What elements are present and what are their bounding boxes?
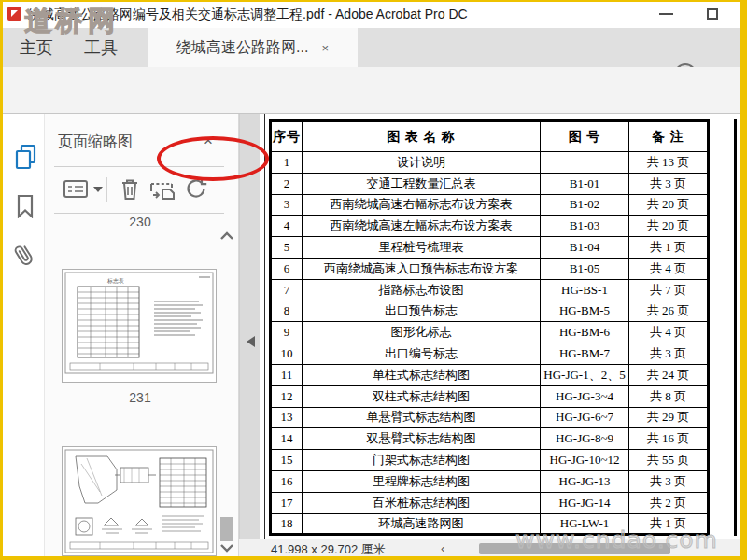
table-cell: HG-JG-1、2、5 bbox=[541, 364, 629, 385]
tab-home[interactable]: 主页 bbox=[6, 28, 67, 67]
tab-close-icon[interactable]: × bbox=[321, 41, 329, 55]
table-cell: HG-BM-6 bbox=[541, 322, 629, 343]
main-toolbar: / 235 50% bbox=[0, 67, 747, 114]
table-cell bbox=[541, 152, 629, 174]
page-thumbnails-icon bbox=[14, 144, 38, 170]
table-header-cell: 图 号 bbox=[541, 121, 629, 152]
screenshot-border bbox=[0, 556, 747, 560]
table-cell: 交通工程数量汇总表 bbox=[303, 173, 541, 194]
table-row: 4西南绕城高速左幅标志布设方案表B1-03共 20 页 bbox=[271, 216, 709, 237]
table-cell: 共 16 页 bbox=[629, 428, 709, 450]
table-row: 15门架式标志结构图HG-JG-10~12共 55 页 bbox=[271, 450, 709, 471]
thumbnail-options-button[interactable] bbox=[63, 179, 90, 200]
table-cell: 共 29 页 bbox=[629, 407, 709, 428]
tab-document-label: 绕城高速公路路网... bbox=[176, 38, 308, 58]
table-cell: 7 bbox=[271, 279, 303, 301]
extract-pages-button[interactable] bbox=[149, 177, 177, 202]
acrobat-icon bbox=[7, 7, 21, 21]
table-row: 8出口预告标志HG-BM-5共 26 页 bbox=[271, 301, 709, 322]
table-cell: B1-05 bbox=[541, 258, 629, 279]
table-cell: 18 bbox=[271, 513, 303, 535]
table-row: 7指路标志布设图HG-BS-1共 7 页 bbox=[271, 279, 709, 301]
table-cell: HG-JG-8~9 bbox=[541, 428, 629, 450]
rotate-pages-button[interactable] bbox=[185, 178, 207, 203]
delete-pages-button[interactable] bbox=[120, 177, 140, 202]
table-cell: 2 bbox=[271, 173, 303, 194]
table-cell: HG-JG-13 bbox=[541, 470, 629, 492]
table-cell: 11 bbox=[271, 364, 303, 385]
table-cell: 10 bbox=[271, 343, 303, 365]
table-cell: HG-JG-14 bbox=[541, 492, 629, 513]
table-cell: 共 13 页 bbox=[629, 152, 709, 174]
table-row: 1设计说明共 13 页 bbox=[271, 152, 709, 174]
table-cell: 图形化标志 bbox=[303, 322, 541, 343]
screenshot-border bbox=[0, 0, 747, 2]
index-table: 序号图 表 名 称图 号备 注 1设计说明共 13 页2交通工程数量汇总表B1-… bbox=[269, 119, 710, 536]
screenshot-border bbox=[740, 0, 747, 560]
attachments-icon bbox=[8, 237, 41, 272]
panel-title: 页面缩略图 bbox=[58, 133, 133, 152]
table-cell: HG-BM-5 bbox=[541, 301, 629, 322]
tab-bar: 主页 工具 绕城高速公路路网... × ? 登 bbox=[0, 28, 747, 67]
table-cell: 15 bbox=[271, 450, 303, 471]
table-cell: 双悬臂式标志结构图 bbox=[303, 428, 541, 450]
table-cell: 共 3 页 bbox=[629, 343, 709, 365]
thumbnail-label-current: 231 bbox=[112, 390, 168, 405]
table-cell: B1-04 bbox=[541, 237, 629, 259]
rotate-ccw-icon bbox=[185, 178, 207, 203]
table-cell: 出口编号标志 bbox=[303, 343, 541, 365]
scroll-up-icon[interactable] bbox=[218, 230, 235, 243]
table-cell: 西南绕城高速右幅标志布设方案表 bbox=[303, 194, 541, 216]
thumbnail-options-caret[interactable] bbox=[93, 187, 103, 192]
screenshot-border bbox=[0, 0, 3, 560]
table-row: 17百米桩标志结构图HG-JG-14共 2 页 bbox=[271, 492, 709, 513]
table-cell: 共 20 页 bbox=[629, 194, 709, 216]
table-row: 10出口编号标志HG-BM-7共 3 页 bbox=[271, 343, 709, 365]
navigation-pane-strip bbox=[3, 114, 45, 556]
page-thumbnails-nav-button[interactable] bbox=[14, 144, 38, 170]
tab-tools[interactable]: 工具 bbox=[71, 28, 131, 67]
table-cell: 单悬臂式标志结构图 bbox=[303, 407, 541, 428]
table-cell: HG-JG-10~12 bbox=[541, 450, 629, 471]
bookmarks-nav-button[interactable] bbox=[17, 194, 35, 218]
panel-collapse-strip[interactable] bbox=[239, 114, 260, 556]
table-row: 5里程桩号梳理表B1-04共 1 页 bbox=[271, 237, 709, 259]
table-cell: 双柱式标志结构图 bbox=[303, 385, 541, 407]
table-cell: 环城高速路网图 bbox=[303, 513, 541, 535]
maximize-button[interactable] bbox=[707, 8, 718, 20]
panel-scrollbar-thumb[interactable] bbox=[220, 517, 233, 541]
table-row: 9图形化标志HG-BM-6共 4 页 bbox=[271, 322, 709, 343]
table-cell: 出口预告标志 bbox=[303, 301, 541, 322]
table-row: 3西南绕城高速右幅标志布设方案表B1-02共 20 页 bbox=[271, 194, 709, 216]
table-cell: 14 bbox=[271, 428, 303, 450]
table-cell: 8 bbox=[271, 301, 303, 322]
table-cell: 共 8 页 bbox=[629, 385, 709, 407]
table-cell: 西南绕城高速左幅标志布设方案表 bbox=[303, 216, 541, 237]
table-cell: 指路标志布设图 bbox=[303, 279, 541, 301]
table-cell: 17 bbox=[271, 492, 303, 513]
thumb-options-icon bbox=[63, 179, 90, 200]
attachments-nav-button[interactable] bbox=[8, 237, 41, 272]
thumbnail-page-231[interactable]: 标志表 bbox=[62, 269, 217, 383]
table-cell: 里程桩号梳理表 bbox=[303, 237, 541, 259]
collapse-panel-icon[interactable] bbox=[247, 336, 255, 347]
table-row: 11单柱式标志结构图HG-JG-1、2、5共 24 页 bbox=[271, 364, 709, 385]
table-header-cell: 备 注 bbox=[629, 121, 709, 152]
scroll-down-icon[interactable] bbox=[218, 541, 235, 554]
table-cell: HG-BS-1 bbox=[541, 279, 629, 301]
table-cell: 共 24 页 bbox=[629, 364, 709, 385]
thumbnail-label-prev: 230 bbox=[112, 214, 168, 226]
table-row: 18环城高速路网图HG-LW-1共 1 页 bbox=[271, 513, 709, 535]
minimize-button[interactable] bbox=[659, 13, 673, 15]
table-cell: 门架式标志结构图 bbox=[303, 450, 541, 471]
table-cell: 共 26 页 bbox=[629, 301, 709, 322]
table-cell: 共 4 页 bbox=[629, 322, 709, 343]
table-cell: B1-02 bbox=[541, 194, 629, 216]
table-cell: 4 bbox=[271, 216, 303, 237]
table-row: 14双悬臂式标志结构图HG-JG-8~9共 16 页 bbox=[271, 428, 709, 450]
scroll-left-icon[interactable]: ‹ bbox=[441, 541, 444, 555]
tab-document[interactable]: 绕城高速公路路网... × bbox=[148, 28, 358, 67]
thumbnail-page-232[interactable] bbox=[62, 446, 217, 556]
table-cell: 共 1 页 bbox=[629, 513, 709, 535]
horizontal-scrollbar-thumb[interactable] bbox=[479, 543, 670, 554]
